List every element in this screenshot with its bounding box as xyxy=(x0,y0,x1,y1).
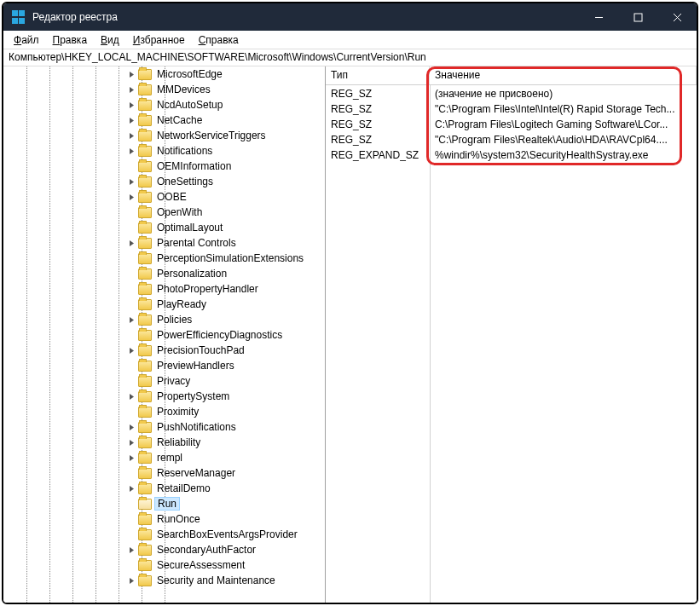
chevron-right-icon[interactable] xyxy=(126,315,136,325)
tree-node-reliability[interactable]: Reliability xyxy=(3,435,325,450)
cell-type: REG_EXPAND_SZ xyxy=(326,148,430,162)
folder-icon xyxy=(138,453,152,464)
tree-node-precisiontouchpad[interactable]: PrecisionTouchPad xyxy=(3,343,325,358)
tree-node-parental-controls[interactable]: Parental Controls xyxy=(3,235,325,251)
tree-node-run[interactable]: Run xyxy=(3,496,325,511)
maximize-button[interactable] xyxy=(618,3,657,31)
menu-вид[interactable]: Вид xyxy=(94,32,126,48)
cell-type: REG_SZ xyxy=(326,87,430,101)
tree-label: RunOnce xyxy=(155,513,202,525)
chevron-right-icon[interactable] xyxy=(126,176,136,187)
tree-label: rempl xyxy=(155,452,184,464)
tree-label: SecureAssessment xyxy=(155,559,246,571)
tree-node-privacy[interactable]: Privacy xyxy=(3,373,325,389)
chevron-right-icon[interactable] xyxy=(126,100,136,110)
menu-файл[interactable]: Файл xyxy=(7,32,46,48)
cell-value: C:\Program Files\Logitech Gaming Softwar… xyxy=(430,118,697,131)
tree-label: Proximity xyxy=(155,406,200,418)
chevron-right-icon[interactable] xyxy=(126,422,136,432)
tree-label: MicrosoftEdge xyxy=(155,68,224,80)
cell-value: "C:\Program Files\Intel\Intel(R) Rapid S… xyxy=(430,102,697,116)
menu-правка[interactable]: Правка xyxy=(46,32,95,48)
chevron-right-icon[interactable] xyxy=(126,115,136,125)
chevron-right-icon[interactable] xyxy=(126,575,136,586)
tree-node-photopropertyhandler[interactable]: PhotoPropertyHandler xyxy=(3,281,325,297)
tree-label: OptimalLayout xyxy=(155,222,224,234)
folder-icon xyxy=(138,545,152,556)
tree-node-networkservicetriggers[interactable]: NetworkServiceTriggers xyxy=(3,128,325,143)
value-row[interactable]: REG_SZ"C:\Program Files\Realtek\Audio\HD… xyxy=(326,132,697,147)
tree-label: PowerEfficiencyDiagnostics xyxy=(155,329,284,341)
tree-label: Run xyxy=(154,497,180,511)
chevron-right-icon[interactable] xyxy=(126,437,136,447)
chevron-right-icon[interactable] xyxy=(126,391,136,401)
chevron-right-icon[interactable] xyxy=(126,146,136,156)
tree-node-oobe[interactable]: OOBE xyxy=(3,189,325,205)
chevron-right-icon[interactable] xyxy=(126,453,136,463)
col-type[interactable]: Тип xyxy=(326,66,430,84)
folder-icon xyxy=(138,345,152,356)
value-row[interactable]: REG_SZC:\Program Files\Logitech Gaming S… xyxy=(326,117,697,132)
chevron-right-icon[interactable] xyxy=(126,130,136,141)
folder-icon xyxy=(138,115,152,126)
folder-icon xyxy=(138,207,152,218)
column-headers[interactable]: Тип Значение xyxy=(326,66,697,85)
tree-node-previewhandlers[interactable]: PreviewHandlers xyxy=(3,358,325,373)
tree-node-searchboxeventsargsprovider[interactable]: SearchBoxEventsArgsProvider xyxy=(3,527,325,542)
tree-node-secondaryauthfactor[interactable]: SecondaryAuthFactor xyxy=(3,542,325,557)
chevron-right-icon[interactable] xyxy=(126,345,136,355)
tree-node-personalization[interactable]: Personalization xyxy=(3,266,325,281)
tree-node-netcache[interactable]: NetCache xyxy=(3,113,325,128)
tree-label: NetCache xyxy=(155,114,204,126)
tree-node-ncdautosetup[interactable]: NcdAutoSetup xyxy=(3,97,325,113)
tree-node-playready[interactable]: PlayReady xyxy=(3,297,325,312)
folder-icon xyxy=(138,100,152,111)
tree-node-policies[interactable]: Policies xyxy=(3,312,325,327)
tree-node-openwith[interactable]: OpenWith xyxy=(3,205,325,220)
tree-node-oeminformation[interactable]: OEMInformation xyxy=(3,159,325,174)
chevron-right-icon[interactable] xyxy=(126,545,136,555)
tree-label: RetailDemo xyxy=(155,482,212,494)
tree-node-secureassessment[interactable]: SecureAssessment xyxy=(3,557,325,573)
minimize-button[interactable] xyxy=(579,3,618,31)
menu-справка[interactable]: Справка xyxy=(192,32,246,48)
tree-node-reservemanager[interactable]: ReserveManager xyxy=(3,465,325,481)
value-row[interactable]: REG_SZ(значение не присвоено) xyxy=(326,86,697,101)
folder-icon xyxy=(138,499,152,510)
col-value[interactable]: Значение xyxy=(430,66,697,84)
tree-node-pushnotifications[interactable]: PushNotifications xyxy=(3,419,325,435)
chevron-right-icon[interactable] xyxy=(126,69,136,79)
cell-type: REG_SZ xyxy=(326,118,430,131)
folder-icon xyxy=(138,391,152,402)
value-row[interactable]: REG_EXPAND_SZ%windir%\system32\SecurityH… xyxy=(326,147,697,163)
chevron-right-icon[interactable] xyxy=(126,192,136,202)
close-button[interactable] xyxy=(657,3,697,31)
tree-node-notifications[interactable]: Notifications xyxy=(3,143,325,159)
column-separator[interactable] xyxy=(430,85,431,603)
tree-node-retaildemo[interactable]: RetailDemo xyxy=(3,481,325,496)
chevron-right-icon[interactable] xyxy=(126,483,136,493)
tree-label: PrecisionTouchPad xyxy=(155,344,246,356)
address-bar[interactable]: Компьютер\HKEY_LOCAL_MACHINE\SOFTWARE\Mi… xyxy=(3,49,697,66)
tree-node-powerefficiencydiagnostics[interactable]: PowerEfficiencyDiagnostics xyxy=(3,327,325,343)
menu-избранное[interactable]: Избранное xyxy=(126,32,192,48)
values-pane[interactable]: Тип Значение REG_SZ(значение не присвоен… xyxy=(326,66,697,603)
chevron-right-icon[interactable] xyxy=(126,238,136,248)
cell-value: %windir%\system32\SecurityHealthSystray.… xyxy=(430,148,697,162)
folder-icon xyxy=(138,575,152,586)
tree-node-microsoftedge[interactable]: MicrosoftEdge xyxy=(3,66,325,82)
tree-node-rempl[interactable]: rempl xyxy=(3,450,325,465)
tree-node-proximity[interactable]: Proximity xyxy=(3,404,325,419)
tree-node-runonce[interactable]: RunOnce xyxy=(3,511,325,527)
tree-node-onesettings[interactable]: OneSettings xyxy=(3,174,325,189)
titlebar[interactable]: Редактор реестра xyxy=(3,3,697,31)
value-row[interactable]: REG_SZ"C:\Program Files\Intel\Intel(R) R… xyxy=(326,101,697,117)
tree-node-propertysystem[interactable]: PropertySystem xyxy=(3,389,325,404)
window-title: Редактор реестра xyxy=(32,11,579,23)
chevron-right-icon[interactable] xyxy=(126,84,136,95)
tree-node-mmdevices[interactable]: MMDevices xyxy=(3,82,325,97)
tree-pane[interactable]: MicrosoftEdgeMMDevicesNcdAutoSetupNetCac… xyxy=(3,66,326,603)
tree-node-security-and-maintenance[interactable]: Security and Maintenance xyxy=(3,573,325,588)
tree-node-optimallayout[interactable]: OptimalLayout xyxy=(3,220,325,235)
tree-node-perceptionsimulationextensions[interactable]: PerceptionSimulationExtensions xyxy=(3,251,325,266)
